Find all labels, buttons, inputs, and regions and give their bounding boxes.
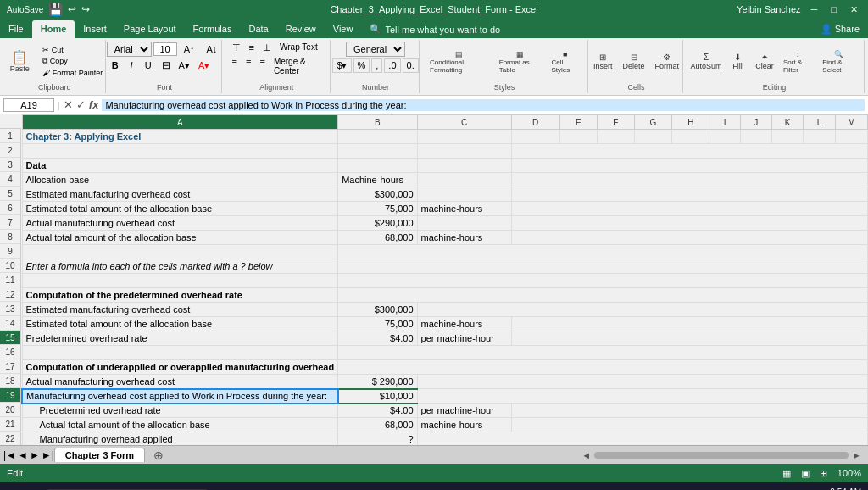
tab-view[interactable]: View [325, 20, 362, 38]
cell-b22[interactable]: ? [338, 432, 417, 446]
normal-view-icon[interactable]: ▦ [782, 468, 791, 479]
cell-b6[interactable]: 75,000 [338, 202, 417, 216]
redo-icon[interactable]: ↪ [81, 3, 90, 15]
format-painter-button[interactable]: 🖌 Format Painter [39, 68, 106, 78]
cancel-formula-icon[interactable]: ✕ [64, 98, 73, 111]
col-header-m[interactable]: M [835, 115, 867, 130]
cell-b5[interactable]: $300,000 [338, 187, 417, 202]
cell-b18[interactable]: $ 290,000 [338, 375, 417, 389]
cell-a7[interactable]: Actual manufacturing overhead cost [22, 216, 338, 231]
align-left-icon[interactable]: ≡ [229, 56, 241, 76]
cell-b2[interactable] [338, 144, 417, 159]
cell-c3[interactable] [417, 159, 511, 173]
cell-a19[interactable]: Manufacturing overhead cost applied to W… [22, 389, 338, 404]
col-header-h[interactable]: H [672, 115, 709, 130]
col-header-l[interactable]: L [804, 115, 835, 130]
sheet-tab-chapter3form[interactable]: Chapter 3 Form [54, 448, 145, 462]
scroll-left-icon[interactable]: ◄ [581, 450, 591, 460]
align-right-icon[interactable]: ≡ [256, 56, 268, 76]
cell-b3[interactable] [338, 159, 417, 173]
col-header-a[interactable]: A [22, 115, 338, 130]
cell-j1[interactable] [740, 130, 771, 144]
cell-a10[interactable]: Enter a formula into each of the cells m… [22, 259, 338, 274]
cell-a11[interactable] [22, 274, 338, 288]
scroll-right-icon[interactable]: ► [852, 450, 861, 460]
cell-d21[interactable] [511, 418, 867, 432]
cell-b19[interactable]: $10,000 [338, 389, 417, 404]
cut-button[interactable]: ✂ Cut [39, 45, 106, 55]
delete-button[interactable]: ⊟ Delete [620, 51, 648, 72]
cell-a14[interactable]: Estimated total amount of the allocation… [22, 317, 338, 331]
cell-c14[interactable]: machine-hours [417, 317, 511, 331]
cell-f1[interactable] [597, 130, 634, 144]
number-format-select[interactable]: General [346, 42, 405, 57]
cell-e1[interactable] [559, 130, 597, 144]
grid-scroll[interactable]: A B C D E F G H I J K L M [21, 114, 868, 445]
cell-c19[interactable] [417, 389, 867, 404]
font-color-icon[interactable]: A▾ [195, 59, 213, 72]
cell-a18[interactable]: Actual manufacturing overhead cost [22, 375, 338, 389]
cell-a4[interactable]: Allocation base [22, 173, 338, 187]
align-middle-icon[interactable]: ≡ [246, 42, 258, 54]
cell-a17[interactable]: Computation of underapplied or overappli… [22, 360, 338, 375]
cell-a16[interactable] [22, 346, 338, 360]
find-select-button[interactable]: 🔍 Find & Select [819, 48, 859, 75]
cell-d2[interactable] [511, 144, 867, 159]
cell-a6[interactable]: Estimated total amount of the allocation… [22, 202, 338, 216]
insert-button[interactable]: ⊞ Insert [590, 51, 616, 72]
sheet-prev-button[interactable]: ◄ [18, 449, 28, 461]
cell-h1[interactable] [672, 130, 709, 144]
merge-center-button[interactable]: Merge & Center [270, 56, 325, 76]
border-icon[interactable]: ⊟ [159, 58, 174, 72]
cell-d14[interactable] [511, 317, 867, 331]
tab-formulas[interactable]: Formulas [185, 20, 241, 38]
wrap-text-button[interactable]: Wrap Text [276, 42, 321, 54]
cell-d3[interactable] [511, 159, 867, 173]
cell-d8[interactable] [511, 231, 867, 245]
sort-filter-button[interactable]: ↕ Sort & Filter [780, 48, 815, 75]
cell-d15[interactable] [511, 331, 867, 346]
cell-g1[interactable] [634, 130, 671, 144]
tab-tell-me[interactable]: 🔍 Tell me what you want to do [361, 20, 509, 38]
fx-icon[interactable]: fx [89, 98, 99, 111]
cell-a12[interactable]: Computation of the predetermined overhea… [22, 288, 338, 303]
italic-button[interactable]: I [125, 58, 138, 72]
fill-color-icon[interactable]: A▾ [175, 59, 193, 72]
cell-b20[interactable]: $4.00 [338, 404, 417, 418]
col-header-g[interactable]: G [634, 115, 671, 130]
currency-icon[interactable]: $▾ [332, 58, 351, 73]
page-break-view-icon[interactable]: ⊞ [820, 468, 827, 479]
cell-c1[interactable] [417, 130, 511, 144]
decrease-font-button[interactable]: A↓ [201, 42, 222, 56]
tab-insert[interactable]: Insert [75, 20, 115, 38]
cell-b15[interactable]: $4.00 [338, 331, 417, 346]
cell-c18[interactable] [417, 375, 867, 389]
col-header-d[interactable]: D [511, 115, 559, 130]
cell-c6[interactable]: machine-hours [417, 202, 511, 216]
cell-d20[interactable] [511, 404, 867, 418]
col-header-i[interactable]: I [709, 115, 740, 130]
align-center-icon[interactable]: ≡ [242, 56, 254, 76]
cell-b8[interactable]: 68,000 [338, 231, 417, 245]
tab-review[interactable]: Review [277, 20, 325, 38]
cell-styles-button[interactable]: ■ Cell Styles [548, 48, 582, 75]
col-header-j[interactable]: J [740, 115, 771, 130]
cell-a13[interactable]: Estimated manufacturing overhead cost [22, 303, 338, 317]
scroll-bar[interactable] [594, 452, 849, 459]
sheet-first-button[interactable]: |◄ [3, 449, 16, 461]
cell-c2[interactable] [417, 144, 511, 159]
cell-k1[interactable] [771, 130, 804, 144]
col-header-k[interactable]: K [771, 115, 804, 130]
conditional-formatting-button[interactable]: ▤ Conditional Formatting [426, 48, 492, 75]
confirm-formula-icon[interactable]: ✓ [76, 98, 86, 111]
col-header-e[interactable]: E [559, 115, 597, 130]
cell-b17[interactable] [338, 360, 868, 375]
cell-b21[interactable]: 68,000 [338, 418, 417, 432]
col-header-f[interactable]: F [597, 115, 634, 130]
cell-b16[interactable] [338, 346, 868, 360]
add-sheet-button[interactable]: ⊕ [147, 447, 170, 464]
align-bottom-icon[interactable]: ⊥ [259, 42, 275, 54]
font-name-select[interactable]: Arial [107, 42, 152, 57]
cell-a3[interactable]: Data [22, 159, 338, 173]
cell-d7[interactable] [511, 216, 867, 231]
